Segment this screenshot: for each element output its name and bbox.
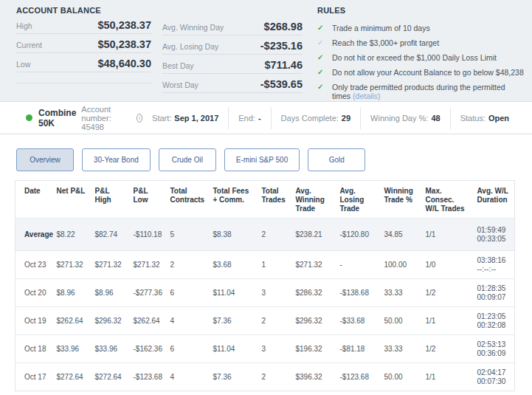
table-row: Oct 23 $271.32 $271.32 $271.32 2 $3.68 1…: [15, 251, 515, 279]
balance-value: $50,238.37: [97, 19, 151, 31]
table-row: Oct 18 $33.96 $33.96 -$162.36 6 $11.04 3…: [15, 335, 515, 363]
total-fees-cell: $11.04: [209, 279, 258, 307]
duration-win: 03:38:16: [477, 256, 511, 265]
tab-button[interactable]: E-mini S&P 500: [224, 148, 300, 171]
day-stat-label: Worst Day: [162, 80, 198, 89]
account-stat: Days Complete: 29: [271, 107, 361, 129]
total-trades-cell: 1: [258, 251, 291, 279]
pnl-high-cell: $271.32: [91, 251, 129, 279]
account-stat-label: Winning Day %:: [370, 114, 428, 123]
day-stat-label: Best Day: [162, 61, 194, 70]
info-icon[interactable]: i: [137, 114, 142, 123]
tab-button[interactable]: 30-Year Bond: [82, 148, 151, 171]
column-header: Total Fees + Comm.: [209, 181, 258, 219]
duration-loss: 00:07:30: [477, 377, 511, 386]
total-contracts-cell: 5: [166, 219, 209, 251]
column-header: P&L Low: [129, 181, 166, 219]
column-header: Avg. W/L Duration: [473, 181, 515, 219]
total-trades-cell: 3: [258, 279, 291, 307]
winning-trade-pct-cell: 100.00: [380, 251, 421, 279]
check-icon: ✓: [317, 83, 332, 92]
day-stat-row: Avg. Winning Day $268.98: [162, 16, 303, 35]
account-number: Account number: 45498: [81, 105, 132, 131]
day-stat-row: Best Day $711.46: [162, 55, 303, 74]
check-icon: ✓: [317, 68, 332, 77]
avg-winning-trade-cell: $196.32: [291, 335, 336, 363]
balance-label: Current: [16, 41, 42, 49]
check-icon: ✓: [317, 53, 332, 62]
total-fees-cell: $7.36: [209, 307, 258, 335]
day-stat-value: $711.46: [264, 59, 303, 71]
column-header: Date: [15, 181, 52, 219]
avg-winning-trade-cell: $396.32: [291, 363, 336, 391]
account-stat-value: 29: [342, 114, 350, 123]
tab-button[interactable]: Gold: [308, 148, 365, 171]
winning-trade-pct-cell: 50.00: [380, 363, 421, 391]
net-pnl-cell: $8.96: [52, 279, 91, 307]
avg-losing-trade-cell: -$138.68: [336, 279, 380, 307]
table-row: Oct 20 $8.96 $8.96 -$277.36 6 $11.04 3 $…: [15, 279, 515, 307]
duration-win: 01:28:35: [477, 284, 511, 293]
balance-label: High: [16, 21, 32, 30]
date-cell: Oct 18: [15, 335, 52, 363]
rule-text: Reach the $3,000+ profit target: [332, 38, 439, 47]
check-icon: ✓: [317, 24, 332, 32]
avg-losing-trade-cell: -: [336, 251, 380, 279]
account-stat-label: Start:: [152, 114, 171, 123]
rule-text: Do not allow your Account Balance to go …: [332, 68, 524, 77]
avg-losing-trade-cell: -$33.68: [336, 307, 380, 335]
account-stat-value: 48: [431, 114, 440, 123]
account-stat-value: Open: [488, 114, 509, 123]
rule-text: Do not hit or exceed the $1,000 Daily Lo…: [332, 53, 497, 62]
account-summary-section: ACCOUNT BALANCE High $50,238.37 Current …: [0, 0, 532, 101]
balance-value: $50,238.37: [97, 38, 151, 50]
day-stat-row: Worst Day -$539.65: [162, 74, 303, 93]
duration-loss: 00:33:05: [477, 235, 511, 244]
total-trades-cell: 3: [258, 335, 291, 363]
balance-row: High $50,238.37: [16, 15, 151, 34]
max-consec-cell: 1/1: [421, 363, 473, 391]
date-cell: Average: [15, 219, 52, 251]
rule-text: Trade a minimum of 10 days: [332, 24, 430, 32]
max-consec-cell: 1/1: [421, 219, 473, 251]
date-cell: Oct 23: [15, 251, 52, 279]
duration-win: 01:59:49: [477, 226, 511, 235]
rule-item: ✓ Trade a minimum of 10 days: [317, 24, 528, 32]
max-consec-cell: 1/2: [421, 279, 473, 307]
net-pnl-cell: $272.64: [52, 363, 91, 391]
duration-win: 02:53:13: [477, 340, 511, 349]
duration-cell: 02:53:13 00:36:09: [473, 335, 515, 363]
day-stats-panel: Avg. Winning Day $268.98 Avg. Losing Day…: [162, 16, 303, 93]
pnl-low-cell: -$162.36: [129, 335, 166, 363]
duration-cell: 02:04:17 00:07:30: [473, 363, 515, 391]
total-contracts-cell: 6: [166, 335, 209, 363]
tab-button[interactable]: Crude Oil: [159, 148, 216, 171]
tab-button[interactable]: Overview: [16, 148, 74, 171]
balance-value: $48,640.30: [97, 58, 151, 69]
account-balance-panel: ACCOUNT BALANCE High $50,238.37 Current …: [16, 6, 151, 83]
total-contracts-cell: 2: [166, 251, 209, 279]
table-row: Oct 17 $272.64 $272.64 -$123.68 4 $7.36 …: [15, 363, 515, 391]
balance-row: Low $48,640.30: [16, 53, 151, 72]
pnl-high-cell: $296.32: [91, 307, 129, 335]
rule-item: ✓ Reach the $3,000+ profit target: [317, 38, 528, 47]
balance-label: Low: [16, 60, 30, 69]
column-header: Winning Trade %: [380, 181, 421, 219]
duration-cell: 01:28:35 00:09:07: [473, 279, 515, 307]
duration-loss: 00:32:08: [477, 321, 511, 330]
column-header: P&L High: [91, 181, 129, 219]
day-stat-label: Avg. Losing Day: [162, 42, 218, 51]
account-balance-title: ACCOUNT BALANCE: [16, 6, 151, 15]
avg-winning-trade-cell: $296.32: [291, 307, 336, 335]
pnl-low-cell: $262.64: [129, 307, 166, 335]
total-fees-cell: $8.38: [209, 219, 258, 251]
column-header: Max. Consec. W/L Trades: [421, 181, 473, 219]
rules-title: RULES: [317, 6, 528, 15]
max-consec-cell: 1/0: [421, 251, 473, 279]
table-row: Average $8.22 $82.74 -$110.18 5 $8.38 2 …: [15, 219, 515, 251]
total-fees-cell: $7.36: [209, 363, 258, 391]
details-link[interactable]: (details): [353, 92, 380, 100]
duration-loss: --:--:--: [477, 265, 511, 274]
avg-winning-trade-cell: $238.21: [291, 219, 336, 251]
pnl-high-cell: $33.96: [91, 335, 129, 363]
